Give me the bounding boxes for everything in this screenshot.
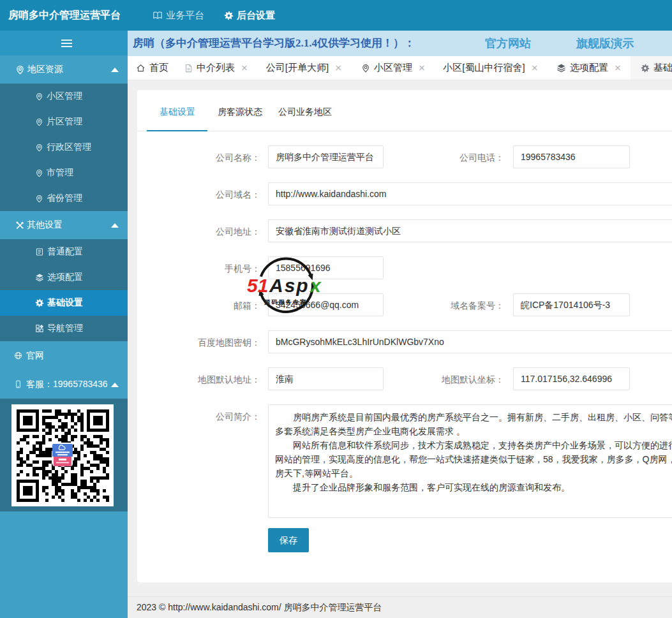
svg-text:源码服务专家: 源码服务专家: [264, 298, 307, 305]
svg-text:51: 51: [247, 275, 268, 296]
svg-text:Asp: Asp: [269, 275, 310, 296]
svg-text:x: x: [309, 275, 322, 296]
